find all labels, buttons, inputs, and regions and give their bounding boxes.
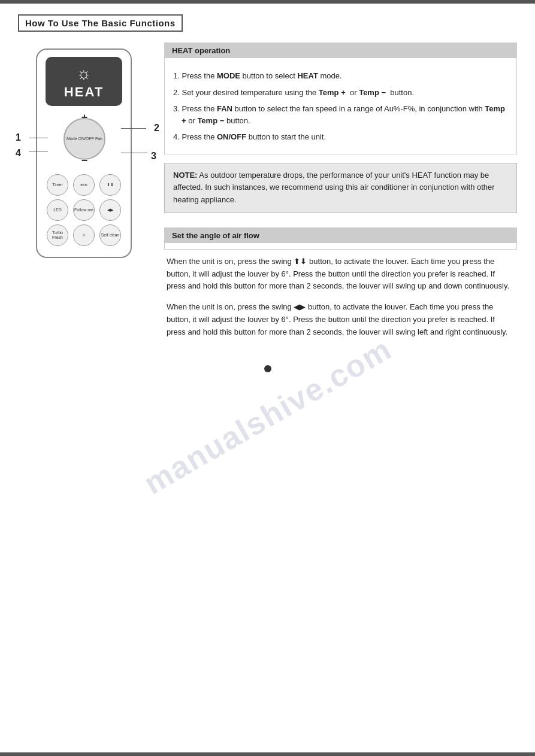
label-num-4: 4	[16, 148, 21, 159]
led-button[interactable]: LED	[47, 199, 68, 221]
airflow-content: When the unit is on, press the swing ⬆⬇ …	[164, 250, 517, 353]
page-title: How To Use The Basic Functions	[25, 18, 176, 28]
swing-horizontal-arrow: ◀▶	[294, 301, 306, 314]
line-4	[29, 151, 48, 151]
mode-bold: MODE	[217, 71, 240, 80]
swing-horizontal-icon: ◀▶	[107, 208, 113, 212]
turbo-label: Turbo Fresh	[47, 230, 68, 241]
step-1: 1. Press the MODE button to select HEAT …	[173, 70, 508, 82]
follow-me-label: Follow me	[74, 208, 93, 212]
onoff-bold: ON/OFF	[217, 132, 246, 141]
temp-minus-bold2: Temp −	[197, 116, 224, 125]
btn-row-1: Timer eco ⬆⬇	[47, 174, 121, 196]
step-2-num: 2.	[173, 88, 182, 97]
step-2: 2. Set your desired temperature using th…	[173, 87, 508, 99]
label-num-2: 2	[154, 123, 159, 133]
swing-vertical-button[interactable]: ⬆⬇	[99, 174, 121, 196]
temp-minus-bold: Temp −	[359, 88, 386, 97]
eco-label: eco	[80, 183, 87, 187]
airflow-para1-before: When the unit is on, press the swing	[167, 257, 294, 266]
center-control-circle: Mode ON/OFF Fan	[64, 118, 105, 160]
led-label: LED	[53, 208, 62, 212]
follow-me-button[interactable]: Follow me	[73, 199, 95, 221]
line-1	[29, 138, 48, 138]
temp-plus-bold: Temp +	[319, 88, 346, 97]
display-icon: ☺	[81, 233, 86, 238]
btn-row-3: Turbo Fresh ☺ Self clean	[47, 224, 121, 246]
airflow-para-2: When the unit is on, press the swing ◀▶ …	[167, 301, 515, 338]
heat-label: HEAT	[52, 84, 116, 100]
minus-button[interactable]: −	[81, 155, 88, 166]
heat-bold: HEAT	[297, 71, 318, 80]
mode-button[interactable]: Mode	[67, 136, 77, 141]
note-box: NOTE: As outdoor temperature drops, the …	[164, 163, 517, 213]
fan-bold: FAN	[217, 104, 232, 113]
swing-vertical-icon: ⬆⬇	[107, 183, 114, 187]
self-clean-button[interactable]: Self clean	[99, 224, 121, 246]
display-button[interactable]: ☺	[73, 224, 95, 246]
airflow-para2-before: When the unit is on, press the swing	[167, 302, 294, 311]
step-4-num: 4.	[173, 132, 182, 141]
heat-section-header: HEAT operation	[165, 43, 516, 58]
step-4: 4. Press the ON/OFF button to start the …	[173, 131, 508, 143]
timer-label: Timer	[52, 183, 63, 187]
heat-section: HEAT operation 1. Press the MODE button …	[164, 42, 517, 154]
remote-display: ☼ HEAT	[46, 57, 122, 106]
main-layout: ☼ HEAT 1 4 2 3 +	[18, 42, 517, 353]
page-number-area	[18, 365, 517, 374]
fan-button[interactable]: Fan	[95, 136, 102, 141]
label-num-1: 1	[16, 132, 21, 143]
note-text: As outdoor temperature drops, the perfor…	[173, 171, 495, 205]
airflow-section-header: Set the angle of air flow	[165, 228, 516, 243]
label-num-3: 3	[151, 151, 156, 162]
sun-icon: ☼	[52, 65, 116, 82]
right-col: HEAT operation 1. Press the MODE button …	[164, 42, 517, 353]
swing-vertical-arrow: ⬆⬇	[294, 256, 307, 268]
eco-button[interactable]: eco	[73, 174, 95, 196]
page-dot	[264, 365, 271, 372]
page-header: How To Use The Basic Functions	[18, 14, 183, 32]
instruction-list: 1. Press the MODE button to select HEAT …	[173, 70, 508, 143]
remote-body: ☼ HEAT 1 4 2 3 +	[36, 48, 132, 258]
note-label: NOTE:	[173, 171, 197, 180]
heat-section-content: 1. Press the MODE button to select HEAT …	[165, 64, 516, 154]
step-3: 3. Press the FAN button to select the fa…	[173, 103, 508, 126]
center-buttons: Mode ON/OFF Fan	[67, 136, 102, 141]
bottom-border	[0, 752, 535, 756]
watermark: manualshive.com	[138, 330, 398, 501]
line-3	[121, 153, 147, 153]
airflow-para-1: When the unit is on, press the swing ⬆⬇ …	[167, 256, 515, 293]
line-2	[121, 128, 146, 129]
bottom-buttons: Timer eco ⬆⬇ LED F	[46, 174, 122, 246]
step-1-num: 1.	[173, 71, 182, 80]
airflow-section: Set the angle of air flow When the unit …	[164, 227, 517, 353]
self-clean-label: Self clean	[101, 233, 120, 238]
timer-button[interactable]: Timer	[47, 174, 68, 196]
control-area: 1 4 2 3 + Mode ON/OFF Fan	[46, 112, 123, 166]
step-3-num: 3.	[173, 104, 182, 113]
btn-row-2: LED Follow me ◀▶	[47, 199, 121, 221]
airflow-header-box: Set the angle of air flow	[164, 227, 517, 250]
swing-horizontal-button[interactable]: ◀▶	[99, 199, 121, 221]
turbo-button[interactable]: Turbo Fresh	[47, 224, 68, 246]
onoff-button[interactable]: ON/OFF	[78, 136, 94, 141]
remote-illustration: ☼ HEAT 1 4 2 3 +	[18, 48, 150, 258]
